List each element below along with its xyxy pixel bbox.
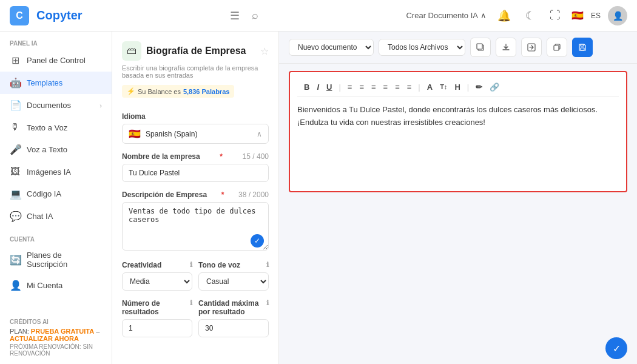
sidebar-item-chat-ia[interactable]: 💬 Chat IA — [0, 205, 112, 228]
form-header: 🗃 Biografía de Empresa ☆ Escribir una bi… — [112, 32, 278, 104]
dark-mode-button[interactable]: ☾ — [522, 8, 539, 24]
sidebar-item-texto-a-voz[interactable]: 🎙 Texto a Voz — [0, 116, 112, 138]
logo-icon: C — [10, 6, 29, 25]
sidebar-item-codigo-ia[interactable]: 💻 Código IA — [0, 183, 112, 205]
language-button[interactable]: ES — [591, 12, 601, 20]
max-per-result-input[interactable] — [198, 319, 269, 337]
documentos-icon: 📄 — [10, 99, 21, 111]
cuenta-icon: 👤 — [10, 280, 21, 291]
files-selector[interactable]: Todos los Archivos — [379, 39, 465, 56]
duplicate-button[interactable] — [547, 38, 567, 57]
heading-size-button[interactable]: T↕ — [438, 83, 449, 92]
language-label: Idioma — [122, 112, 269, 121]
lang-flag: 🇪🇸 — [129, 128, 141, 140]
num-results-input[interactable] — [122, 319, 192, 337]
menu-toggle-button[interactable]: ☰ — [228, 7, 242, 25]
sidebar-item-templates[interactable]: 🤖 Templates — [0, 72, 112, 94]
sidebar-item-imagenes-ia[interactable]: 🖼 Imágenes IA — [0, 161, 112, 183]
form-subtitle: Escribir una biografía completa de la em… — [122, 64, 269, 79]
avatar[interactable]: 👤 — [608, 6, 627, 25]
cuenta-label: CUENTA — [0, 228, 112, 245]
num-results-row: Número de resultados ℹ Cantidad máxima p… — [122, 291, 269, 337]
check-icon: ✓ — [251, 234, 264, 248]
sidebar-footer: CRÉDITOS AI PLAN: PRUEBA GRATUITA – ACTU… — [0, 311, 112, 364]
sidebar-item-planes[interactable]: 🔄 Planes de Suscripción — [0, 245, 112, 274]
sidebar-item-mi-cuenta[interactable]: 👤 Mi Cuenta — [0, 274, 112, 297]
form-title-row: 🗃 Biografía de Empresa ☆ — [122, 41, 269, 61]
formatting-bar: B I U | ≡ ≡ ≡ ≡ ≡ ≡ | A T↕ H | — [297, 78, 619, 96]
company-name-label: Nombre de la empresa * 15 / 400 — [122, 152, 269, 161]
svg-rect-3 — [554, 46, 559, 50]
export-button[interactable] — [521, 38, 542, 57]
tone-select[interactable]: Casual Formal Amigable — [198, 272, 269, 291]
company-name-group: Nombre de la empresa * 15 / 400 — [122, 152, 269, 182]
sidebar-item-label: Panel de Control — [27, 56, 102, 65]
bullet-list-button[interactable]: ≡ — [405, 82, 414, 92]
align-right-button[interactable]: ≡ — [369, 82, 378, 92]
sidebar-item-label: Templates — [27, 78, 102, 87]
plan-line: PLAN: PRUEBA GRATUITA – ACTUALIZAR AHORA — [10, 328, 102, 342]
heading-button[interactable]: H — [453, 82, 462, 92]
pen-button[interactable]: ✏ — [474, 82, 484, 92]
sidebar: PANEL IA ⊞ Panel de Control 🤖 Templates … — [0, 32, 112, 364]
form-title: Biografía de Empresa — [146, 46, 255, 56]
language-selector[interactable]: 🇪🇸 Spanish (Spain) ∧ — [122, 124, 269, 144]
texto-voz-icon: 🎙 — [10, 122, 21, 133]
company-name-input[interactable] — [122, 164, 269, 182]
ordered-list-button[interactable]: ≡ — [393, 82, 402, 92]
logo-text: Copyter — [36, 8, 83, 22]
bell-button[interactable]: 🔔 — [494, 8, 514, 24]
sidebar-item-label: Texto a Voz — [27, 123, 102, 132]
voz-texto-icon: 🎤 — [10, 144, 21, 155]
actualizar-link[interactable]: ACTUALIZAR AHORA — [10, 335, 79, 342]
lang-name: Spanish (Spain) — [146, 130, 252, 138]
svg-rect-1 — [477, 44, 482, 49]
editor-content-area: B I U | ≡ ≡ ≡ ≡ ≡ ≡ | A T↕ H | — [279, 64, 637, 332]
editor-box[interactable]: B I U | ≡ ≡ ≡ ≡ ≡ ≡ | A T↕ H | — [289, 71, 627, 192]
bolt-icon: ⚡ — [127, 87, 135, 95]
balance-badge: ⚡ Su Balance es 5,836 Palabras — [122, 85, 234, 98]
document-selector[interactable]: Nuevo documento — [289, 39, 374, 56]
favorite-button[interactable]: ☆ — [260, 46, 269, 57]
sidebar-item-documentos[interactable]: 📄 Documentos › — [0, 94, 112, 116]
align-center-button[interactable]: ≡ — [357, 82, 366, 92]
tone-info-icon: ℹ — [266, 261, 269, 269]
fullscreen-button[interactable]: ⛶ — [546, 8, 564, 23]
chevron-up-icon: ∧ — [257, 130, 262, 138]
planes-icon: 🔄 — [10, 254, 21, 266]
description-counter: 38 / 2000 — [238, 190, 269, 199]
tone-group: Tono de voz ℹ Casual Formal Amigable — [198, 261, 269, 291]
imagenes-icon: 🖼 — [10, 166, 21, 177]
nav-right: Crear Documento IA ∧ 🔔 ☾ ⛶ 🇪🇸 ES 👤 — [406, 6, 627, 25]
crear-label: Crear Documento IA — [406, 11, 478, 20]
crear-documento-button[interactable]: Crear Documento IA ∧ — [406, 11, 487, 20]
bold-button[interactable]: B — [302, 82, 311, 92]
download-button[interactable] — [496, 38, 516, 57]
save-button[interactable] — [572, 38, 593, 57]
sidebar-item-label: Voz a Texto — [27, 145, 102, 154]
editor-panel: Nuevo documento Todos los Archivos — [279, 32, 637, 364]
underline-button[interactable]: U — [325, 82, 334, 92]
align-left-button[interactable]: ≡ — [346, 82, 354, 92]
tone-label: Tono de voz ℹ — [198, 261, 269, 269]
arrow-icon: › — [99, 102, 102, 109]
italic-button[interactable]: I — [315, 82, 321, 92]
sidebar-item-voz-a-texto[interactable]: 🎤 Voz a Texto — [0, 138, 112, 161]
balance-prefix: Su Balance es — [138, 88, 181, 95]
creativity-group: Creatividad ℹ Media Baja Alta — [122, 261, 192, 291]
plan-prefix: PLAN: — [10, 328, 31, 335]
sidebar-item-panel-control[interactable]: ⊞ Panel de Control — [0, 49, 112, 72]
balance-value: 5,836 Palabras — [183, 88, 229, 95]
link-button[interactable]: 🔗 — [488, 82, 501, 92]
max-per-result-label: Cantidad máxima por resultado ℹ — [198, 299, 269, 316]
search-button[interactable]: ⌕ — [249, 7, 261, 24]
description-textarea[interactable] — [122, 202, 269, 251]
font-button[interactable]: A — [425, 82, 434, 92]
editor-text-content: Bienvenidos a Tu Dulce Pastel, donde enc… — [297, 101, 619, 132]
justify-button[interactable]: ≡ — [382, 82, 390, 92]
sidebar-item-label: Documentos — [27, 101, 93, 110]
creativity-select[interactable]: Media Baja Alta — [122, 272, 192, 291]
confirm-button[interactable]: ✓ — [605, 337, 627, 359]
plan-upgrade-link[interactable]: PRUEBA GRATUITA — [31, 328, 94, 335]
copy-doc-button[interactable] — [470, 38, 491, 57]
